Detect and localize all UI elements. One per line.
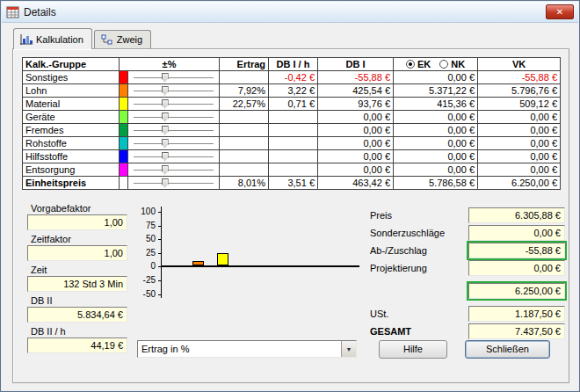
field-label: Vorgabefaktor [27,203,127,214]
field-label: DB II / h [27,326,127,338]
table-header-row: Kalk.-Gruppe ±% Ertrag DB I / h DB I EK … [23,58,561,71]
row-vk: 0,00 € [478,124,561,137]
left-field-item: DB II5.834,64 € [27,295,127,323]
tab-kalkulation[interactable]: Kalkulation [13,28,92,49]
pct-slider [130,98,217,110]
row-ertrag: 8,01% [220,177,269,190]
chart-metric-select[interactable]: Ertrag in % ▼ [137,340,357,358]
row-ek: 0,00 € [394,124,478,137]
row-db1: 0,00 € [318,137,394,150]
radio-ek-circle [406,60,415,69]
row-slider-cell [128,177,220,190]
row-group-name: Sonstiges [23,71,120,84]
field-label: Zeitfaktor [27,234,127,245]
table-row: Rohstoffe0,00 €0,00 €0,00 € [23,137,561,150]
chart-metric-value: Ertrag in % [138,344,341,354]
row-color-swatch [120,98,128,111]
close-window-button[interactable]: ✕ [546,4,574,19]
right-field-row: USt.1.187,50 € [370,305,565,323]
row-vk: 0,00 € [478,137,561,150]
tab-zweig[interactable]: Zweig [94,30,151,48]
row-color-swatch [120,124,128,137]
slider-thumb[interactable] [162,165,169,175]
field-label: USt. [370,309,468,319]
slider-thumb[interactable] [162,178,169,188]
row-vk: 509,12 € [478,98,561,111]
ertrag-chart: 1007550250-25-50 [133,205,359,301]
table-row: Material22,57%0,71 €93,76 €415,36 €509,1… [23,98,561,111]
tab-zweig-label: Zweig [117,34,142,45]
color-bar [120,84,127,97]
y-tick-label: 25 [133,249,156,258]
row-db1: -55,88 € [318,71,394,84]
row-group-name: Material [23,98,120,111]
ek-nk-radio-group: EK NK [396,59,475,69]
field-value[interactable]: 1,00 [27,214,127,230]
table-row: Entsorgung0,00 €0,00 €0,00 € [23,163,561,177]
slider-thumb[interactable] [162,152,169,162]
field-value: 7.437,50 € [468,323,565,339]
radio-ek[interactable]: EK [406,59,431,69]
slider-thumb[interactable] [162,73,169,83]
slider-thumb[interactable] [162,126,169,135]
row-slider-cell [128,98,220,111]
row-ek: 415,36 € [394,98,478,111]
row-db1: 0,00 € [318,163,394,177]
row-vk: 0,00 € [478,111,561,124]
right-field-row: Projektierung0,00 € [370,259,565,277]
row-ek: 0,00 € [394,137,478,150]
row-vk: -55,88 € [478,71,561,84]
field-label: DB II [27,295,127,307]
col-header-group: Kalk.-Gruppe [23,58,120,71]
field-value: 6.305,88 € [468,207,565,223]
col-header-pct: ±% [120,58,220,71]
right-field-row: 6.250,00 € [370,282,565,300]
left-field-item: Zeitfaktor1,00 [27,234,127,261]
row-ertrag [220,71,269,84]
field-label: GESAMT [370,326,468,337]
radio-nk[interactable]: NK [439,59,465,69]
slider-track [134,143,214,145]
col-header-vk: VK [478,58,561,71]
row-ertrag [220,163,269,177]
field-value[interactable]: 44,19 € [27,338,127,353]
row-color-swatch [120,84,128,98]
y-tick [158,226,162,227]
y-tick-label: -25 [133,276,156,285]
color-bar [120,124,127,136]
field-value[interactable]: 1,00 [27,245,127,261]
row-ek: 5.786,58 € [394,177,478,190]
slider-thumb[interactable] [162,99,169,109]
chevron-down-icon[interactable]: ▼ [341,341,356,357]
field-value[interactable]: 132 Std 3 Min [27,276,127,292]
row-db1-per-h [269,150,318,163]
field-value[interactable]: 5.834,64 € [27,307,127,323]
y-tick [158,239,162,240]
schliessen-button[interactable]: Schließen [465,340,550,359]
field-label: Zeit [27,265,127,276]
right-field-row: GESAMT7.437,50 € [370,323,565,340]
slider-thumb[interactable] [162,113,169,122]
titlebar: Details ✕ [2,2,578,23]
slider-thumb[interactable] [162,86,169,96]
slider-track [134,156,214,158]
row-slider-cell [128,124,220,137]
help-button[interactable]: Hilfe [379,340,447,359]
tab-kalkulation-label: Kalkulation [36,34,83,45]
row-db1: 0,00 € [318,124,394,137]
radio-nk-label: NK [451,59,465,69]
row-slider-cell [128,111,220,124]
row-color-swatch [120,150,128,163]
row-ertrag: 7,92% [220,84,269,98]
row-db1: 0,00 € [318,150,394,163]
slider-track [134,170,214,171]
col-header-ertrag: Ertrag [220,58,269,71]
left-field-item: Zeit132 Std 3 Min [27,265,127,292]
radio-ek-label: EK [417,59,431,69]
table-row: Geräte0,00 €0,00 €0,00 € [23,111,561,124]
app-icon [6,6,19,18]
slider-thumb[interactable] [162,139,169,149]
row-slider-cell [128,163,220,177]
row-db1-per-h [269,137,318,150]
y-tick [158,280,162,281]
